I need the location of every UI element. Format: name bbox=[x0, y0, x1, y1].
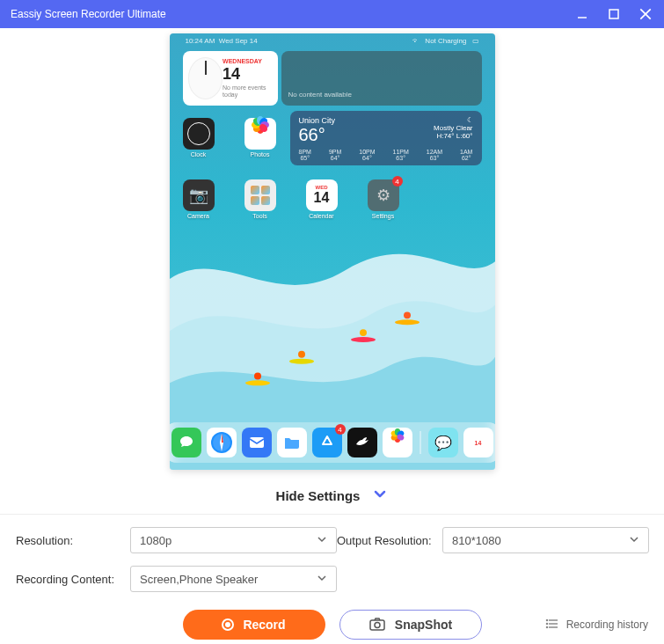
mail-icon[interactable] bbox=[242, 428, 272, 457]
resolution-value: 1080p bbox=[140, 534, 171, 547]
photos-icon bbox=[244, 118, 276, 150]
svg-point-6 bbox=[351, 337, 376, 342]
recent-app-1-icon[interactable]: 💬 bbox=[428, 428, 458, 457]
calendar-daynum: 14 bbox=[223, 65, 272, 84]
app-label: Clock bbox=[191, 151, 207, 157]
calendar-icon: WED 14 bbox=[306, 179, 338, 211]
close-button[interactable] bbox=[638, 6, 653, 22]
calendar-events: No more events today bbox=[223, 84, 272, 99]
recording-content-value: Screen,Phone Speaker bbox=[140, 573, 258, 586]
app-label: Settings bbox=[372, 213, 394, 219]
app-label: Tools bbox=[252, 213, 266, 219]
list-icon bbox=[545, 617, 559, 633]
bottom-bar: Record SnapShot Recording history bbox=[0, 599, 664, 644]
device-status-bar: 10:24 AM Wed Sep 14 ᯤ Not Charging ▭ bbox=[170, 37, 495, 45]
app-label: Photos bbox=[251, 151, 270, 157]
calendar-dow: WEDNESDAY bbox=[223, 58, 272, 65]
clock-app[interactable]: Clock bbox=[183, 118, 215, 157]
status-time: 10:24 AM Wed Sep 14 bbox=[186, 37, 258, 45]
messages-icon[interactable] bbox=[171, 428, 201, 457]
calendar-app[interactable]: WED 14 Calendar bbox=[306, 179, 338, 219]
svg-point-4 bbox=[395, 319, 420, 325]
gear-icon: ⚙ 4 bbox=[368, 179, 399, 211]
dock-photos-icon[interactable] bbox=[383, 428, 412, 457]
chevron-down-icon bbox=[317, 573, 327, 586]
photos-app[interactable]: Photos bbox=[244, 118, 276, 157]
clock-icon bbox=[183, 118, 215, 150]
settings-app[interactable]: ⚙ 4 Settings bbox=[368, 179, 399, 219]
widget-row: WEDNESDAY 14 No more events today No con… bbox=[183, 51, 482, 106]
chevron-down-icon bbox=[372, 486, 388, 505]
svg-rect-1 bbox=[609, 10, 618, 18]
window-controls bbox=[574, 6, 653, 22]
empty-widget[interactable]: No content available bbox=[281, 51, 482, 106]
resolution-label: Resolution: bbox=[16, 534, 130, 547]
resolution-select[interactable]: 1080p bbox=[130, 527, 337, 553]
app-icon-bird[interactable] bbox=[347, 428, 377, 457]
maximize-button[interactable] bbox=[606, 6, 622, 22]
snapshot-button[interactable]: SnapShot bbox=[339, 610, 482, 640]
app-label: Calendar bbox=[309, 213, 333, 219]
app-row-1: Clock Photos bbox=[183, 118, 276, 157]
tools-folder[interactable]: Tools bbox=[244, 179, 276, 219]
dock-separator bbox=[420, 431, 421, 454]
analog-clock bbox=[188, 57, 223, 99]
clock-calendar-widget[interactable]: WEDNESDAY 14 No more events today bbox=[183, 51, 278, 106]
recording-content-select[interactable]: Screen,Phone Speaker bbox=[130, 566, 337, 592]
weather-location: Union City bbox=[299, 116, 336, 125]
empty-widget-text: No content available bbox=[288, 91, 353, 99]
snapshot-label: SnapShot bbox=[395, 618, 452, 632]
record-dot-icon bbox=[222, 618, 234, 631]
settings-toggle-label: Hide Settings bbox=[276, 488, 361, 503]
svg-point-11 bbox=[254, 372, 261, 379]
settings-panel: Resolution: 1080p Output Resolution: 810… bbox=[0, 514, 664, 599]
record-button[interactable]: Record bbox=[183, 610, 325, 640]
calendar-mini: WEDNESDAY 14 No more events today bbox=[223, 58, 272, 99]
moon-icon: ☾ bbox=[434, 116, 472, 124]
window-title: Eassiy Screen Recorder Ultimate bbox=[11, 8, 574, 20]
svg-point-16 bbox=[375, 622, 380, 627]
device-preview-area: 10:24 AM Wed Sep 14 ᯤ Not Charging ▭ bbox=[0, 28, 664, 470]
title-bar: Eassiy Screen Recorder Ultimate bbox=[0, 0, 664, 28]
chevron-down-icon bbox=[317, 534, 327, 547]
recording-content-label: Recording Content: bbox=[16, 573, 130, 586]
battery-icon: ▭ bbox=[472, 37, 479, 45]
svg-point-10 bbox=[245, 380, 270, 385]
recent-app-2-icon[interactable]: 14 bbox=[463, 428, 493, 457]
app-row-2: 📷 Camera Tools WED 14 Calendar ⚙ 4 bbox=[183, 179, 399, 219]
safari-icon[interactable] bbox=[207, 428, 237, 457]
svg-point-9 bbox=[298, 351, 305, 358]
svg-point-5 bbox=[404, 311, 411, 318]
camera-app[interactable]: 📷 Camera bbox=[183, 179, 215, 219]
appstore-icon[interactable]: 4 bbox=[312, 428, 342, 457]
files-icon[interactable] bbox=[277, 428, 307, 457]
camera-icon: 📷 bbox=[183, 179, 215, 211]
appstore-badge: 4 bbox=[335, 424, 346, 435]
minimize-button[interactable] bbox=[574, 6, 590, 22]
weather-condition: ☾ Mostly Clear H:74° L:60° bbox=[434, 116, 472, 145]
charge-status: Not Charging bbox=[425, 37, 466, 45]
svg-rect-14 bbox=[250, 437, 264, 448]
svg-rect-15 bbox=[370, 620, 384, 630]
history-label: Recording history bbox=[566, 618, 648, 631]
svg-point-20 bbox=[546, 619, 548, 621]
ipad-screen-preview[interactable]: 10:24 AM Wed Sep 14 ᯤ Not Charging ▭ bbox=[170, 33, 495, 470]
wifi-icon: ᯤ bbox=[412, 37, 420, 45]
settings-badge: 4 bbox=[392, 176, 403, 187]
folder-icon bbox=[244, 179, 276, 211]
settings-toggle[interactable]: Hide Settings bbox=[0, 470, 664, 514]
weather-widget[interactable]: Union City 66° ☾ Mostly Clear H:74° L:60… bbox=[290, 111, 482, 165]
output-resolution-select[interactable]: 810*1080 bbox=[442, 527, 649, 553]
output-resolution-value: 810*1080 bbox=[452, 534, 501, 547]
recording-history-link[interactable]: Recording history bbox=[545, 617, 648, 633]
chevron-down-icon bbox=[629, 534, 639, 547]
svg-point-21 bbox=[546, 623, 548, 625]
svg-point-7 bbox=[360, 329, 367, 336]
weather-hourly: 8PM65° 9PM64° 10PM64° 11PM63° 12AM63° 1A… bbox=[299, 149, 473, 161]
camera-icon bbox=[368, 615, 386, 635]
record-label: Record bbox=[243, 618, 285, 632]
dock: 4 💬 14 bbox=[170, 422, 495, 463]
svg-point-8 bbox=[289, 359, 314, 364]
output-resolution-label: Output Resolution: bbox=[337, 534, 442, 547]
app-label: Camera bbox=[187, 213, 209, 219]
